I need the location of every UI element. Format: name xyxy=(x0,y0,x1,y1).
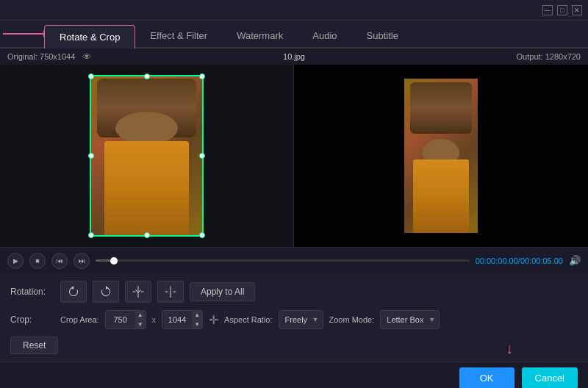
aspect-ratio-label: Aspect Ratio: xyxy=(224,315,272,324)
tab-rotate-crop[interactable]: Rotate & Crop xyxy=(44,25,135,48)
reset-button[interactable]: Reset xyxy=(10,337,58,354)
minimize-button[interactable]: — xyxy=(542,5,553,15)
maximize-button[interactable]: □ xyxy=(557,5,567,15)
zoom-mode-select-wrap: Letter Box ▼ xyxy=(380,310,440,329)
rotation-row: Rotation: Apply to All xyxy=(10,281,578,303)
tab-arrow-indicator xyxy=(3,30,49,37)
eye-icon[interactable]: 👁 xyxy=(82,51,92,62)
crop-width-down[interactable]: ▼ xyxy=(135,320,146,329)
crop-height-down[interactable]: ▼ xyxy=(192,320,202,329)
zoom-mode-label: Zoom Mode: xyxy=(329,315,375,324)
controls-area: Rotation: Apply to All xyxy=(0,273,588,362)
aspect-ratio-select[interactable]: Freely xyxy=(279,310,323,329)
preview-info-bar: Original: 750x1044 👁 10.jpg Output: 1280… xyxy=(0,48,588,65)
preview-right xyxy=(294,65,588,247)
window-controls: — □ ✕ xyxy=(542,5,582,15)
output-label: Output: 1280x720 xyxy=(517,52,581,61)
tab-effect-filter[interactable]: Effect & Filter xyxy=(135,24,222,47)
right-tiki xyxy=(410,82,472,134)
right-image xyxy=(404,79,478,233)
right-person-body xyxy=(413,159,469,233)
title-bar: — □ ✕ xyxy=(0,0,588,21)
zoom-mode-select[interactable]: Letter Box xyxy=(380,310,440,329)
volume-icon[interactable]: 🔊 xyxy=(569,255,581,266)
next-frame-button[interactable]: ⏭ xyxy=(74,253,90,269)
preview-area: Original: 750x1044 👁 10.jpg Output: 1280… xyxy=(0,48,588,247)
close-button[interactable]: ✕ xyxy=(572,5,582,15)
left-image-container xyxy=(90,75,204,237)
x-separator: x xyxy=(152,315,157,324)
crop-row: Crop: Crop Area: ▲ ▼ x ▲ ▼ ✛ Aspect Rati… xyxy=(10,310,578,329)
crop-height-input[interactable] xyxy=(162,311,192,328)
cancel-button[interactable]: Cancel xyxy=(522,367,578,388)
tab-audio[interactable]: Audio xyxy=(298,24,351,47)
stop-button[interactable]: ■ xyxy=(29,253,46,269)
person-body xyxy=(104,141,189,237)
original-label: Original: 750x1044 xyxy=(7,52,75,61)
timeline-bar: ▶ ■ ⏮ ⏭ 00:00:00.00/00:00:05.00 🔊 xyxy=(0,247,588,273)
crop-area-label: Crop Area: xyxy=(60,315,99,324)
crop-height-spinners: ▲ ▼ xyxy=(192,310,202,329)
tab-watermark[interactable]: Watermark xyxy=(222,24,298,47)
crop-label: Crop: xyxy=(10,315,54,325)
left-image xyxy=(90,75,204,237)
crop-width-spinners: ▲ ▼ xyxy=(135,310,146,329)
right-image-container xyxy=(382,77,500,235)
preview-left xyxy=(0,65,294,247)
rotation-label: Rotation: xyxy=(10,287,54,297)
crop-width-up[interactable]: ▲ xyxy=(135,310,146,320)
ok-arrow-indicator: ↓ xyxy=(506,340,513,357)
time-display: 00:00:00.00/00:00:05.00 xyxy=(476,256,563,265)
apply-all-button[interactable]: Apply to All xyxy=(190,282,255,301)
person-head xyxy=(115,112,178,145)
footer-bar: ↓ OK Cancel xyxy=(0,362,588,388)
aspect-ratio-select-wrap: Freely ▼ xyxy=(279,310,323,329)
crop-width-input[interactable] xyxy=(106,311,135,328)
bottom-row: Reset xyxy=(10,337,578,354)
rotate-cw-button[interactable] xyxy=(93,281,119,303)
tab-bar: Rotate & Crop Effect & Filter Watermark … xyxy=(0,21,588,48)
crop-height-input-wrap: ▲ ▼ xyxy=(162,310,203,329)
timeline-thumb[interactable] xyxy=(110,257,118,265)
play-button[interactable]: ▶ xyxy=(7,253,24,269)
preview-panels xyxy=(0,48,588,247)
tab-subtitle[interactable]: Subtitle xyxy=(352,24,413,47)
flip-v-button[interactable] xyxy=(157,281,184,303)
filename-label: 10.jpg xyxy=(283,52,305,61)
crop-width-input-wrap: ▲ ▼ xyxy=(105,310,146,329)
prev-frame-button[interactable]: ⏮ xyxy=(51,253,68,269)
move-icon: ✛ xyxy=(209,313,218,327)
flip-h-button[interactable] xyxy=(125,281,151,303)
timeline-track[interactable] xyxy=(96,259,470,262)
ok-button[interactable]: OK xyxy=(459,367,514,388)
rotate-ccw-button[interactable] xyxy=(60,281,87,303)
crop-height-up[interactable]: ▲ xyxy=(192,310,202,320)
arrow-line xyxy=(3,33,43,35)
